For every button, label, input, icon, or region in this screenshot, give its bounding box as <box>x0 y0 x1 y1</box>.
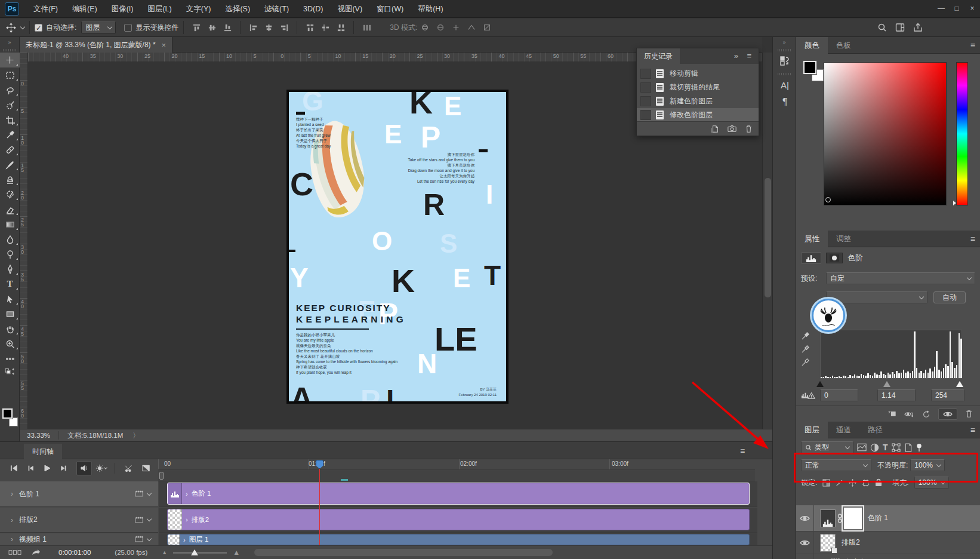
blur-tool[interactable] <box>0 232 20 247</box>
character-panel-icon[interactable]: A| <box>773 76 797 93</box>
clone-stamp-tool[interactable] <box>0 172 20 187</box>
zoom-tool[interactable] <box>0 336 20 351</box>
gamma-input-slider[interactable] <box>883 381 890 387</box>
current-time[interactable]: 0:00:01:00 <box>58 549 91 556</box>
layers-panel-menu-icon[interactable]: ≡ <box>970 425 975 435</box>
new-snapshot-icon[interactable] <box>728 125 736 133</box>
toggle-visibility-button[interactable] <box>938 408 957 420</box>
adjustment-thumbnail[interactable] <box>820 509 836 527</box>
menu-file[interactable]: 文件(F) <box>26 0 65 18</box>
filter-pin-icon[interactable] <box>916 443 922 452</box>
hand-tool[interactable] <box>0 321 20 336</box>
foreground-color-swatch[interactable] <box>2 408 13 419</box>
dock-expand-icon[interactable]: » <box>773 37 796 45</box>
timeline-settings-button[interactable] <box>93 461 109 475</box>
align-bottom-button[interactable] <box>221 22 233 33</box>
layer-row-levels[interactable]: 色阶 1 <box>796 505 980 532</box>
status-expand-icon[interactable]: 〉 <box>132 431 140 440</box>
align-right-button[interactable] <box>278 22 290 33</box>
align-left-button[interactable] <box>247 22 259 33</box>
type-tool[interactable]: T <box>0 277 20 291</box>
tab-color[interactable]: 颜色 <box>796 37 828 54</box>
transition-button[interactable] <box>138 461 153 475</box>
maximize-button[interactable]: □ <box>949 0 964 18</box>
filter-adjustment-layers-icon[interactable] <box>870 443 879 452</box>
menu-type[interactable]: 文字(Y) <box>179 0 218 18</box>
align-vcenter-button[interactable] <box>206 22 218 33</box>
document-tab[interactable]: 未标题-1 @ 33.3% (色阶 1, 图层蒙版/8) *× <box>20 37 172 53</box>
timeline-horizontal-scrollbar[interactable] <box>254 549 553 556</box>
distribute-top-button[interactable] <box>304 22 316 33</box>
black-point-eyedropper[interactable] <box>801 330 810 342</box>
filter-pixel-layers-icon[interactable] <box>857 443 867 452</box>
mask-link-icon[interactable] <box>837 514 843 523</box>
timeline-ruler[interactable]: 00 01:00f 02:00f 03:00f <box>158 459 755 470</box>
gamma-input-field[interactable]: 1.14 <box>877 389 916 401</box>
filter-smart-objects-icon[interactable] <box>904 443 913 452</box>
distribute-vcenter-button[interactable] <box>319 22 331 33</box>
preset-dropdown[interactable]: 自定 <box>826 272 975 284</box>
3d-slide-icon[interactable] <box>466 22 477 33</box>
document-close-icon[interactable]: × <box>162 41 167 50</box>
auto-button[interactable]: 自动 <box>933 291 966 303</box>
history-item[interactable]: 新建色阶图层 <box>637 94 759 108</box>
history-source-well[interactable] <box>640 82 651 93</box>
history-menu-icon[interactable]: ≡ <box>747 51 751 60</box>
go-to-start-button[interactable] <box>6 461 21 475</box>
history-tab[interactable]: 历史记录 <box>637 48 680 64</box>
foreground-color-swatch[interactable] <box>803 61 816 74</box>
layer-mask-thumbnail[interactable] <box>844 508 862 529</box>
toolbar-collapse-icon[interactable]: » <box>0 37 19 45</box>
frame-animation-icon[interactable] <box>8 549 21 555</box>
black-input-slider[interactable] <box>816 381 824 387</box>
3d-scale-icon[interactable] <box>481 22 493 33</box>
foreground-background-swatches[interactable] <box>2 408 18 426</box>
history-item[interactable]: 移动剪辑 <box>637 67 759 81</box>
previous-frame-button[interactable] <box>23 461 38 475</box>
quick-selection-tool[interactable] <box>0 97 20 112</box>
3d-roll-icon[interactable] <box>434 22 446 33</box>
show-transform-checkbox[interactable] <box>124 24 132 32</box>
crop-tool[interactable] <box>0 112 20 127</box>
swap-colors-button[interactable] <box>0 366 20 378</box>
new-document-from-state-icon[interactable] <box>711 125 719 133</box>
reset-adjustment-icon[interactable] <box>922 410 930 418</box>
next-frame-button[interactable] <box>56 461 72 475</box>
move-tool[interactable] <box>0 53 20 67</box>
auto-select-target-dropdown[interactable]: 图层 <box>81 22 116 33</box>
play-button[interactable] <box>39 461 55 475</box>
black-input-field[interactable]: 0 <box>820 389 858 401</box>
menu-help[interactable]: 帮助(H) <box>411 0 450 18</box>
search-icon[interactable] <box>877 23 887 32</box>
menu-image[interactable]: 图像(I) <box>104 0 141 18</box>
track-header-layout2[interactable]: ›排版2 <box>0 508 158 533</box>
visibility-toggle[interactable] <box>796 532 814 554</box>
history-item-selected[interactable]: 修改色阶图层 <box>637 108 759 122</box>
background-color-swatch[interactable] <box>9 417 18 426</box>
mute-audio-button[interactable] <box>76 461 92 475</box>
layer-filter-dropdown[interactable]: 类型 <box>801 441 853 453</box>
scrollbar-thumb[interactable] <box>765 178 771 297</box>
more-tools-button[interactable] <box>0 351 20 366</box>
delete-state-icon[interactable] <box>745 125 753 133</box>
track-options-chevron-icon[interactable] <box>147 517 152 521</box>
white-input-slider[interactable] <box>956 381 963 387</box>
delete-adjustment-icon[interactable] <box>965 410 973 418</box>
paragraph-panel-icon[interactable]: ¶ <box>773 93 797 110</box>
render-video-icon[interactable] <box>31 549 41 556</box>
close-button[interactable]: × <box>964 0 980 18</box>
menu-select[interactable]: 选择(S) <box>218 0 257 18</box>
timeline-zoom-slider[interactable] <box>173 552 227 554</box>
align-top-button[interactable] <box>190 22 202 33</box>
clip-layer1[interactable]: ›图层 1 <box>167 534 750 545</box>
menu-3d[interactable]: 3D(D) <box>296 0 330 18</box>
white-input-field[interactable]: 254 <box>931 389 964 401</box>
eyedropper-tool[interactable] <box>0 127 20 142</box>
gradient-tool[interactable] <box>0 217 20 232</box>
share-icon[interactable] <box>913 23 923 32</box>
disclosure-icon[interactable]: › <box>11 535 13 543</box>
history-source-well[interactable] <box>640 96 651 106</box>
visibility-toggle[interactable] <box>796 505 814 531</box>
menu-window[interactable]: 窗口(W) <box>369 0 411 18</box>
film-icon[interactable] <box>135 490 143 497</box>
